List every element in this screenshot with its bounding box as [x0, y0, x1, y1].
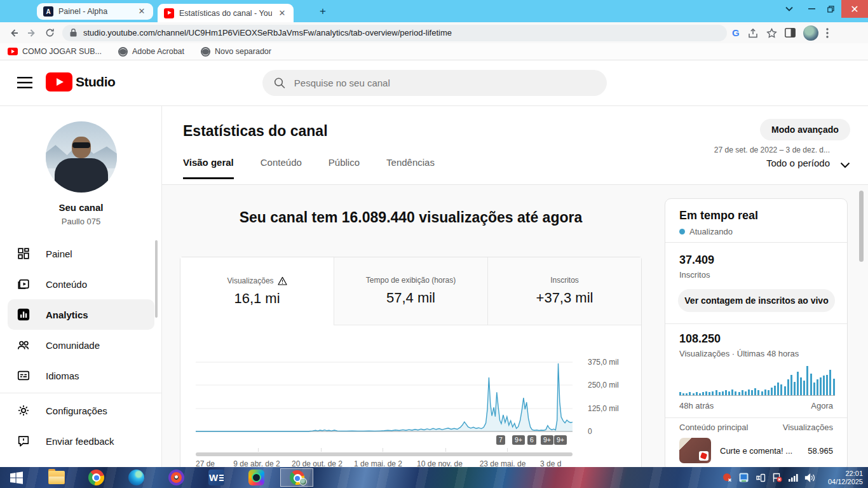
content-icon [17, 277, 31, 291]
lifetime-chart-svg [196, 347, 573, 432]
window-restore-button[interactable] [821, 0, 840, 18]
realtime-bar [712, 391, 714, 395]
tab-search-chevron-icon[interactable] [780, 0, 798, 18]
youtube-studio-logo[interactable]: Studio [46, 72, 115, 92]
live-subscriber-count-button[interactable]: Ver contagem de inscritos ao vivo [678, 289, 835, 312]
realtime-bar [784, 386, 786, 395]
browser-profile-avatar[interactable] [803, 25, 818, 41]
window-minimize-button[interactable] [802, 0, 821, 18]
realtime-bar [768, 390, 770, 395]
tray-app-red-icon[interactable] [722, 472, 733, 483]
top-video-row[interactable]: Curte e comenta! ... 58.965 [679, 438, 833, 463]
gear-icon [17, 403, 31, 417]
advanced-mode-button[interactable]: Modo avançado [760, 119, 850, 140]
sidebar-item-painel[interactable]: Painel [0, 238, 162, 269]
volume-icon[interactable] [804, 472, 815, 483]
edge-icon[interactable] [128, 469, 145, 486]
sidebar-item-configuracoes[interactable]: Configurações [0, 395, 162, 426]
x-tick-label: 23 de mai. de [480, 459, 526, 467]
bluestacks-icon[interactable] [248, 469, 265, 486]
sidebar-item-label: Painel [46, 248, 72, 259]
metric-inscritos[interactable]: Inscritos +37,3 mil [488, 257, 641, 325]
tab-conteudo[interactable]: Conteúdo [261, 157, 302, 179]
channel-avatar[interactable] [46, 121, 117, 193]
reload-icon[interactable] [41, 24, 58, 42]
new-tab-button[interactable]: + [316, 5, 329, 18]
back-icon[interactable] [5, 24, 23, 42]
browser-tab-youtube-studio[interactable]: Estatísticas do canal - YouTube St ✕ [158, 4, 294, 22]
sidebar-item-label: Configurações [46, 405, 107, 416]
chrome-active-window-button[interactable] [280, 468, 313, 487]
clock-date: 04/12/2025 [824, 478, 863, 486]
studio-search-input[interactable] [294, 78, 595, 88]
date-range-picker[interactable]: 27 de set. de 2022 – 3 de dez. d... Todo… [714, 146, 830, 168]
studio-wordmark: Studio [76, 74, 115, 90]
address-bar[interactable]: studio.youtube.com/channel/UC9Hm1P6ViEOX… [62, 25, 727, 41]
video-count-badge[interactable]: 9+ [512, 435, 525, 445]
realtime-bar [833, 379, 835, 395]
file-explorer-icon[interactable] [48, 469, 65, 486]
sidebar-scrollbar[interactable] [155, 240, 158, 318]
google-icon[interactable]: G [732, 27, 740, 38]
bookmark-novo-separador[interactable]: Novo separador [201, 47, 271, 57]
side-panel-icon[interactable] [785, 28, 796, 37]
realtime-axis: 48h atrás Agora [679, 401, 833, 410]
sidebar-item-comunidade[interactable]: Comunidade [0, 330, 162, 360]
realtime-bars-chart[interactable] [679, 365, 835, 396]
metric-visualizacoes[interactable]: Visualizações 16,1 mi [180, 257, 334, 325]
hamburger-menu-icon[interactable] [17, 76, 32, 89]
chrome-icon[interactable] [88, 469, 105, 486]
start-button[interactable] [8, 469, 25, 486]
taskbar-clock[interactable]: 22:01 04/12/2025 [824, 470, 863, 486]
realtime-bar [738, 392, 740, 395]
bookmark-adobe-acrobat[interactable]: Adobe Acrobat [118, 47, 184, 57]
youtube-play-icon [46, 72, 72, 92]
tab-close-icon[interactable]: ✕ [137, 6, 147, 17]
video-count-badge[interactable]: 6 [527, 435, 536, 445]
share-icon[interactable] [747, 28, 759, 38]
realtime-bar [735, 391, 736, 395]
realtime-bar [806, 366, 808, 395]
bookmark-label: Novo separador [215, 47, 271, 56]
analytics-content: Seu canal tem 16.089.440 visualizações a… [162, 185, 868, 467]
browser-tab-painel[interactable]: A Painel - Alpha ✕ [37, 3, 153, 20]
tab-publico[interactable]: Público [329, 157, 360, 179]
forward-icon[interactable] [23, 24, 41, 42]
bookmark-star-icon[interactable] [766, 28, 777, 38]
realtime-bar [761, 391, 763, 395]
tab-visao-geral[interactable]: Visão geral [183, 157, 234, 179]
sidebar-item-analytics[interactable]: Analytics [8, 299, 154, 330]
y-tick-label: 0 [588, 427, 632, 436]
main-scrollbar[interactable] [859, 191, 864, 262]
top-content-header: Conteúdo principal Visualizações [679, 423, 833, 432]
metric-tempo-exibicao[interactable]: Tempo de exibição (horas) 57,4 mil [334, 257, 488, 325]
profile-badge-icon [299, 478, 307, 485]
sidebar-item-idiomas[interactable]: Idiomas [0, 360, 162, 391]
action-center-flag-icon[interactable] [771, 472, 782, 483]
lifetime-views-chart[interactable] [196, 347, 573, 432]
studio-sidebar: Seu canal Paullo 075 Painel Conteúdo Ana… [0, 106, 162, 467]
realtime-bar [751, 390, 753, 395]
tab-close-icon[interactable]: ✕ [277, 8, 287, 18]
bookmark-como-jogar[interactable]: COMO JOGAR SUB... [8, 47, 102, 56]
window-close-button[interactable]: ✕ [841, 0, 868, 18]
chevron-down-icon[interactable] [840, 162, 850, 168]
sidebar-item-enviar-feedback[interactable]: Enviar feedback [0, 426, 162, 456]
timeline-scrubber[interactable] [196, 452, 573, 456]
video-count-badge[interactable]: 7 [496, 435, 505, 445]
x-tick-label: 1 de mai. de 2 [354, 459, 402, 467]
tab-tendencias[interactable]: Tendências [386, 157, 435, 179]
video-count-badge[interactable]: 9+ [554, 435, 567, 445]
realtime-bar [829, 370, 831, 395]
browser-menu-kebab-icon[interactable] [826, 28, 829, 38]
studio-search[interactable] [262, 70, 607, 96]
avast-browser-icon[interactable] [168, 469, 185, 486]
realtime-bar [774, 386, 776, 395]
word-icon[interactable]: W [208, 469, 225, 486]
network-signal-icon[interactable] [788, 472, 799, 483]
video-count-badge[interactable]: 9+ [541, 435, 553, 445]
power-plug-icon[interactable] [755, 472, 766, 483]
tray-app-blue-icon[interactable] [738, 472, 749, 483]
x-tick-label: 10 de nov. de [417, 459, 463, 467]
sidebar-item-conteudo[interactable]: Conteúdo [0, 269, 162, 299]
